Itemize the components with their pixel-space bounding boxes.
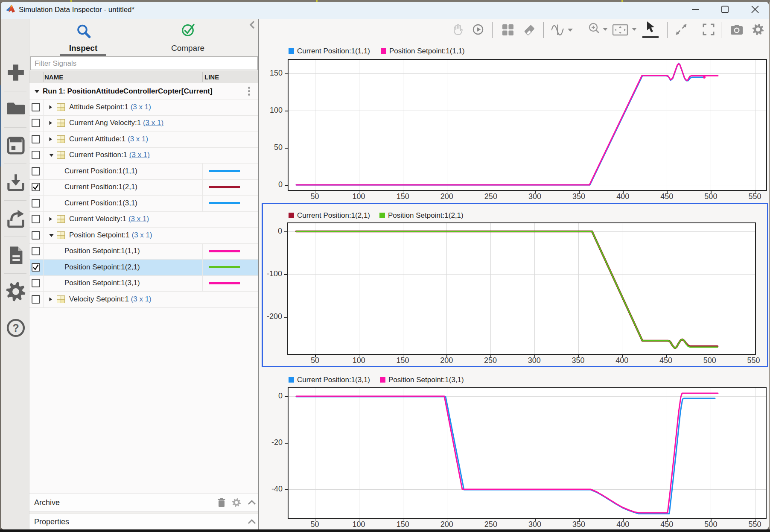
svg-text:?: ? [12,322,19,334]
